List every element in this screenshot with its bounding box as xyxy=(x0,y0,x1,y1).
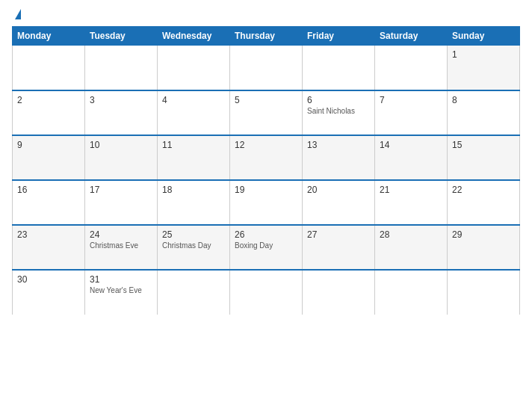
calendar-cell: 19 xyxy=(230,180,303,225)
day-number: 9 xyxy=(17,140,80,150)
day-number: 31 xyxy=(90,274,152,285)
calendar-cell: 4 xyxy=(158,90,230,135)
calendar-cell xyxy=(375,46,448,90)
calendar-cell: 31New Year's Eve xyxy=(85,270,158,315)
day-number: 21 xyxy=(380,185,442,195)
calendar-cell: 25Christmas Day xyxy=(158,225,230,270)
day-number: 14 xyxy=(380,140,442,150)
calendar-cell xyxy=(303,46,375,90)
col-sunday: Sunday xyxy=(448,27,520,46)
calendar-cell xyxy=(230,46,303,90)
holiday-name: Christmas Eve xyxy=(90,241,152,250)
calendar-cell: 23 xyxy=(13,225,85,270)
calendar-cell: 15 xyxy=(448,135,520,180)
day-number: 12 xyxy=(235,140,297,150)
day-number: 17 xyxy=(90,185,152,195)
col-wednesday: Wednesday xyxy=(158,27,230,46)
calendar-cell: 5 xyxy=(230,90,303,135)
calendar-cell: 9 xyxy=(13,135,85,180)
calendar-cell: 10 xyxy=(85,135,158,180)
calendar-cell: 7 xyxy=(375,90,448,135)
holiday-name: Boxing Day xyxy=(235,241,297,250)
calendar-cell: 18 xyxy=(158,180,230,225)
calendar-week-row: 23456Saint Nicholas78 xyxy=(13,90,520,135)
day-number: 8 xyxy=(452,95,515,105)
calendar-cell: 14 xyxy=(375,135,448,180)
calendar-cell: 11 xyxy=(158,135,230,180)
calendar-cell: 29 xyxy=(448,225,520,270)
col-monday: Monday xyxy=(13,27,85,46)
calendar-week-row: 1 xyxy=(13,46,520,90)
calendar-cell: 30 xyxy=(13,270,85,315)
calendar-cell: 21 xyxy=(375,180,448,225)
holiday-name: Christmas Day xyxy=(162,241,225,250)
logo xyxy=(12,9,22,20)
col-tuesday: Tuesday xyxy=(85,27,158,46)
day-number: 5 xyxy=(235,95,297,105)
calendar-cell: 2 xyxy=(13,90,85,135)
calendar-week-row: 16171819202122 xyxy=(13,180,520,225)
day-number: 30 xyxy=(17,274,80,285)
calendar-cell: 26Boxing Day xyxy=(230,225,303,270)
calendar-cell: 12 xyxy=(230,135,303,180)
day-number: 15 xyxy=(452,140,515,150)
day-number: 13 xyxy=(307,140,370,150)
day-number: 6 xyxy=(307,95,370,105)
day-number: 24 xyxy=(90,229,152,240)
day-number: 3 xyxy=(90,95,152,105)
calendar-cell xyxy=(303,270,375,315)
calendar-cell xyxy=(85,46,158,90)
day-number: 10 xyxy=(90,140,152,150)
calendar-cell: 20 xyxy=(303,180,375,225)
calendar-cell: 1 xyxy=(448,46,520,90)
day-number: 29 xyxy=(452,229,515,240)
calendar-body: 123456Saint Nicholas78910111213141516171… xyxy=(13,46,520,315)
calendar-cell: 24Christmas Eve xyxy=(85,225,158,270)
calendar-table: Monday Tuesday Wednesday Thursday Friday… xyxy=(12,26,520,315)
day-number: 22 xyxy=(452,185,515,195)
col-saturday: Saturday xyxy=(375,27,448,46)
calendar-cell: 8 xyxy=(448,90,520,135)
col-friday: Friday xyxy=(303,27,375,46)
day-number: 7 xyxy=(380,95,442,105)
calendar-cell xyxy=(158,270,230,315)
calendar-cell: 6Saint Nicholas xyxy=(303,90,375,135)
calendar-cell xyxy=(448,270,520,315)
day-number: 26 xyxy=(235,229,297,240)
holiday-name: New Year's Eve xyxy=(90,286,152,294)
calendar-cell xyxy=(158,46,230,90)
weekday-header-row: Monday Tuesday Wednesday Thursday Friday… xyxy=(13,27,520,46)
day-number: 1 xyxy=(452,49,515,60)
calendar-header-row: Monday Tuesday Wednesday Thursday Friday… xyxy=(13,27,520,46)
calendar-cell: 22 xyxy=(448,180,520,225)
calendar-cell: 13 xyxy=(303,135,375,180)
day-number: 27 xyxy=(307,229,370,240)
calendar-cell xyxy=(230,270,303,315)
calendar-week-row: 9101112131415 xyxy=(13,135,520,180)
holiday-name: Saint Nicholas xyxy=(307,107,370,115)
day-number: 28 xyxy=(380,229,442,240)
day-number: 18 xyxy=(162,185,225,195)
day-number: 20 xyxy=(307,185,370,195)
day-number: 2 xyxy=(17,95,80,105)
calendar-cell: 27 xyxy=(303,225,375,270)
calendar-cell: 17 xyxy=(85,180,158,225)
logo-triangle-icon xyxy=(15,9,21,19)
day-number: 16 xyxy=(17,185,80,195)
calendar-cell xyxy=(375,270,448,315)
day-number: 23 xyxy=(17,229,80,240)
day-number: 19 xyxy=(235,185,297,195)
calendar-header xyxy=(12,9,520,20)
calendar-cell: 16 xyxy=(13,180,85,225)
day-number: 4 xyxy=(162,95,225,105)
calendar-cell: 28 xyxy=(375,225,448,270)
col-thursday: Thursday xyxy=(230,27,303,46)
calendar-page: Monday Tuesday Wednesday Thursday Friday… xyxy=(0,0,532,411)
calendar-week-row: 3031New Year's Eve xyxy=(13,270,520,315)
calendar-cell: 3 xyxy=(85,90,158,135)
day-number: 11 xyxy=(162,140,225,150)
calendar-cell xyxy=(13,46,85,90)
calendar-week-row: 2324Christmas Eve25Christmas Day26Boxing… xyxy=(13,225,520,270)
day-number: 25 xyxy=(162,229,225,240)
